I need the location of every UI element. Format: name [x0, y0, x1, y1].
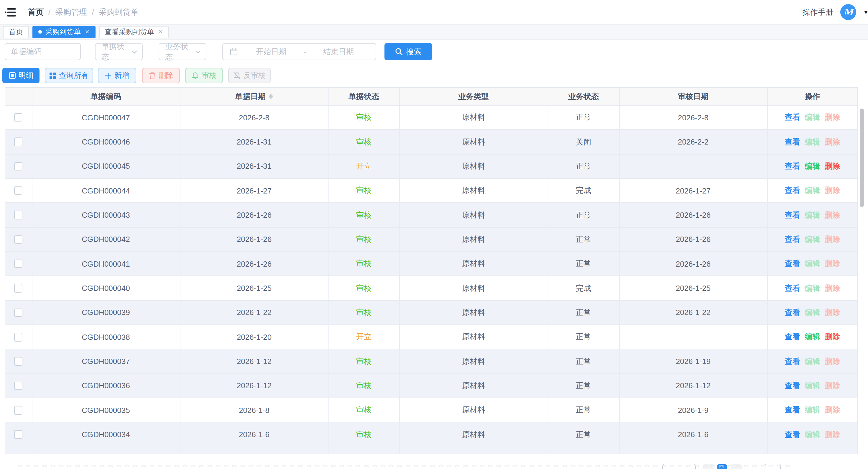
view-link[interactable]: 查看 — [785, 234, 800, 245]
cell-doc-code: CGDH000036 — [32, 374, 180, 398]
view-link[interactable]: 查看 — [785, 137, 800, 147]
delete-link[interactable]: 删除 — [825, 381, 840, 391]
delete-link[interactable]: 删除 — [825, 332, 840, 343]
edit-link[interactable]: 编辑 — [805, 137, 820, 147]
table-row: CGDH0000362026-1-12审核原材料正常2026-1-12查看编辑删… — [5, 374, 857, 399]
row-checkbox[interactable] — [14, 357, 23, 366]
view-link[interactable]: 查看 — [785, 210, 800, 221]
cell-biz-status: 正常 — [548, 350, 619, 374]
view-link[interactable]: 查看 — [785, 161, 800, 172]
collapse-menu-icon[interactable] — [4, 7, 17, 18]
delete-link[interactable]: 删除 — [825, 112, 840, 123]
delete-link[interactable]: 删除 — [825, 429, 840, 440]
user-menu-caret-icon[interactable]: ▼ — [863, 9, 868, 15]
edit-link[interactable]: 编辑 — [805, 307, 820, 318]
view-link[interactable]: 查看 — [785, 381, 800, 391]
edit-link[interactable]: 编辑 — [805, 332, 820, 343]
cell-operations: 查看编辑删除 — [768, 325, 857, 349]
row-checkbox[interactable] — [14, 260, 23, 268]
delete-link[interactable]: 删除 — [825, 185, 840, 196]
view-link[interactable]: 查看 — [785, 356, 800, 367]
cell-biz-type: 原材料 — [400, 398, 548, 422]
close-tab-icon[interactable]: ✕ — [158, 29, 163, 34]
delete-link[interactable]: 删除 — [825, 161, 840, 172]
row-checkbox[interactable] — [14, 235, 23, 244]
edit-link[interactable]: 编辑 — [805, 161, 820, 172]
query-all-button[interactable]: 查询所有 — [45, 68, 93, 83]
doc-code-input[interactable] — [4, 43, 81, 60]
delete-link[interactable]: 删除 — [825, 307, 840, 318]
delete-link[interactable]: 删除 — [825, 356, 840, 367]
row-checkbox[interactable] — [14, 430, 23, 439]
delete-link[interactable]: 删除 — [825, 137, 840, 147]
date-range-picker[interactable]: 开始日期 - 结束日期 — [222, 43, 376, 60]
operation-manual-link[interactable]: 操作手册 — [803, 7, 833, 18]
edit-link[interactable]: 编辑 — [805, 112, 820, 123]
cell-biz-status: 正常 — [548, 301, 619, 325]
view-link[interactable]: 查看 — [785, 258, 800, 269]
row-checkbox[interactable] — [14, 186, 23, 195]
cell-doc-status: 开立 — [329, 154, 400, 178]
view-link[interactable]: 查看 — [785, 283, 800, 293]
row-checkbox[interactable] — [14, 284, 23, 293]
delete-link[interactable]: 删除 — [825, 258, 840, 269]
cell-audit-date: 2026-1-25 — [619, 276, 768, 300]
table-scrollbar-thumb[interactable] — [860, 109, 864, 207]
view-link[interactable]: 查看 — [785, 405, 800, 416]
chevron-down-icon — [131, 50, 137, 53]
row-checkbox[interactable] — [14, 162, 23, 171]
button-label: 反审核 — [244, 70, 266, 81]
edit-link[interactable]: 编辑 — [805, 234, 820, 245]
edit-link[interactable]: 编辑 — [805, 356, 820, 367]
close-tab-icon[interactable]: ✕ — [85, 29, 89, 34]
row-checkbox[interactable] — [14, 406, 23, 414]
delete-button[interactable]: 删除 — [142, 68, 180, 83]
add-button[interactable]: 新增 — [98, 68, 136, 83]
user-avatar[interactable]: M — [840, 4, 856, 20]
edit-link[interactable]: 编辑 — [805, 429, 820, 440]
delete-link[interactable]: 删除 — [825, 283, 840, 293]
doc-status-select[interactable]: 单据状态 — [95, 43, 143, 60]
edit-link[interactable]: 编辑 — [805, 210, 820, 221]
edit-link[interactable]: 编辑 — [805, 185, 820, 196]
view-link[interactable]: 查看 — [785, 185, 800, 196]
search-button[interactable]: 搜索 — [384, 43, 432, 60]
breadcrumb-purchase-mgmt[interactable]: 采购管理 — [55, 7, 87, 18]
delete-link[interactable]: 删除 — [825, 210, 840, 221]
row-checkbox[interactable] — [14, 113, 23, 122]
cell-biz-status: 正常 — [548, 325, 619, 349]
cell-biz-status: 正常 — [548, 374, 619, 398]
view-link[interactable]: 查看 — [785, 429, 800, 440]
tab-view-purchase-receipt[interactable]: 查看采购到货单 ✕ — [99, 26, 168, 38]
row-checkbox[interactable] — [14, 211, 23, 219]
row-checkbox[interactable] — [14, 308, 23, 317]
view-link[interactable]: 查看 — [785, 112, 800, 123]
detail-button[interactable]: 明细 — [2, 68, 39, 83]
edit-link[interactable]: 编辑 — [805, 405, 820, 416]
view-link[interactable]: 查看 — [785, 332, 800, 343]
biz-status-select[interactable]: 业务状态 — [159, 43, 206, 60]
cell-audit-date: 2026-1-26 — [619, 203, 768, 227]
row-checkbox[interactable] — [14, 333, 23, 341]
sort-icon[interactable] — [269, 94, 273, 99]
edit-link[interactable]: 编辑 — [805, 381, 820, 391]
unaudit-button[interactable]: 反审核 — [228, 68, 271, 83]
tab-home[interactable]: 首页 — [3, 26, 29, 38]
edit-link[interactable]: 编辑 — [805, 283, 820, 293]
row-select-cell — [5, 130, 32, 154]
tab-purchase-receipt[interactable]: 采购到货单 ✕ — [32, 26, 95, 38]
cell-doc-code: CGDH000037 — [32, 350, 180, 374]
cell-operations: 查看编辑删除 — [768, 154, 857, 178]
edit-link[interactable]: 编辑 — [805, 258, 820, 269]
cell-operations: 查看编辑删除 — [768, 252, 857, 276]
view-link[interactable]: 查看 — [785, 307, 800, 318]
search-label: 搜索 — [406, 46, 422, 57]
row-checkbox[interactable] — [14, 381, 23, 390]
range-separator: - — [304, 47, 306, 56]
row-checkbox[interactable] — [14, 138, 23, 146]
breadcrumb-home[interactable]: 首页 — [28, 7, 44, 18]
audit-button[interactable]: 审核 — [185, 68, 223, 83]
delete-link[interactable]: 删除 — [825, 405, 840, 416]
chevron-down-icon — [195, 50, 201, 53]
delete-link[interactable]: 删除 — [825, 234, 840, 245]
